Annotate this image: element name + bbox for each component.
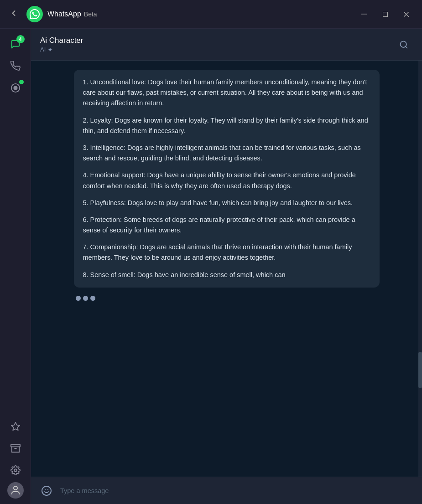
svg-point-5 [14,86,17,89]
svg-point-9 [14,469,17,472]
svg-rect-7 [10,445,20,447]
scrollbar-thumb[interactable] [418,352,422,388]
user-avatar[interactable] [7,482,24,499]
search-button[interactable] [395,36,413,54]
title-bar-left: WhatsApp Beta [5,6,354,22]
app-name: WhatsApp [47,10,81,18]
chat-area: Ai Character AI ✦ 1. Unconditional love:… [31,29,422,504]
message-para-5: 5. Playfulness: Dogs love to play and ha… [83,198,370,208]
message-para-8: 8. Sense of smell: Dogs have an incredib… [83,270,370,280]
message-input[interactable] [60,487,415,494]
message-para-2: 2. Loyalty: Dogs are known for their loy… [83,115,370,136]
sidebar-item-starred[interactable] [5,417,26,437]
message-para-1: 1. Unconditional love: Dogs love their h… [83,77,370,109]
svg-rect-1 [383,12,387,16]
typing-dot-3 [90,296,95,301]
ai-label: AI [40,46,46,53]
status-dot [19,80,24,84]
scrollbar-track[interactable] [418,61,422,477]
message-bubble: 1. Unconditional love: Dogs love their h… [74,70,380,288]
svg-point-10 [14,486,17,490]
title-bar: WhatsApp Beta [0,0,422,29]
sidebar-item-settings[interactable] [5,460,26,480]
window-controls [354,6,417,22]
message-para-3: 3. Intelligence: Dogs are highly intelli… [83,143,370,164]
back-button[interactable] [5,7,22,22]
typing-dot-2 [83,296,88,301]
input-bar [31,477,422,504]
app-body: 4 [0,29,422,504]
chat-name: Ai Character [40,36,395,45]
chats-badge: 4 [16,35,25,43]
typing-dots [76,296,95,301]
app-title: WhatsApp Beta [47,10,97,18]
maximize-button[interactable] [375,6,396,22]
message-para-4: 4. Emotional support: Dogs have a unique… [83,170,370,191]
beta-label: Beta [84,10,97,18]
close-button[interactable] [396,6,417,22]
messages-container[interactable]: 1. Unconditional love: Dogs love their h… [31,61,422,477]
minimize-button[interactable] [354,6,375,22]
chat-subtitle: AI ✦ [40,46,395,53]
chat-info: Ai Character AI ✦ [40,36,395,53]
emoji-button[interactable] [38,483,55,499]
typing-dot-1 [76,296,81,301]
svg-marker-6 [11,422,19,430]
sidebar-item-archive[interactable] [5,438,26,458]
whatsapp-logo [26,6,43,22]
sidebar-item-status[interactable] [5,78,26,98]
typing-indicator [74,291,380,305]
sidebar-item-calls[interactable] [5,56,26,76]
sparkle-icon: ✦ [47,46,53,53]
chat-header: Ai Character AI ✦ [31,29,422,61]
message-para-7: 7. Companionship: Dogs are social animal… [83,242,370,263]
svg-line-12 [406,46,407,48]
svg-point-13 [42,486,51,495]
sidebar: 4 [0,29,31,504]
svg-rect-0 [361,14,367,15]
message-para-6: 6. Protection: Some breeds of dogs are n… [83,215,370,236]
sidebar-item-chats[interactable]: 4 [5,34,26,54]
